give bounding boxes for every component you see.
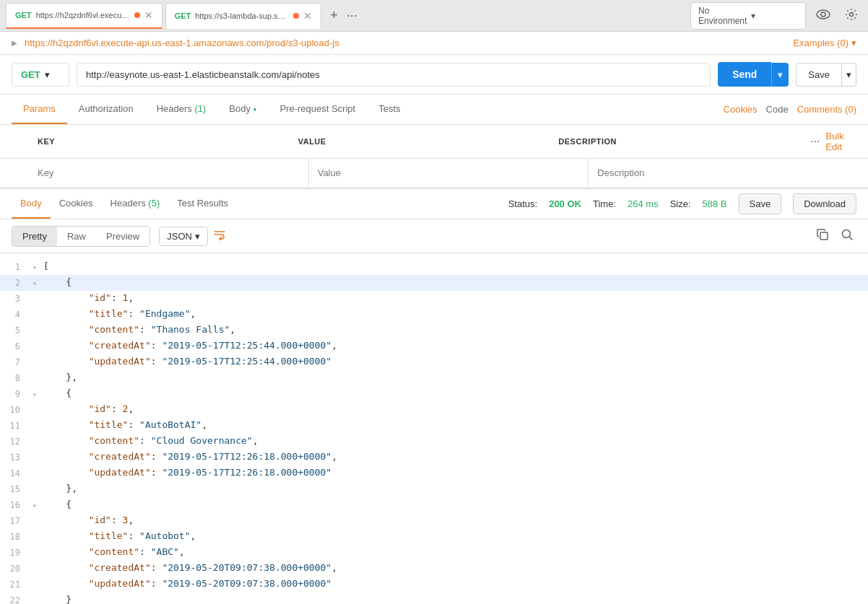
address-url[interactable]: https://h2qzdnf6vl.execute-api.us-east-1…: [25, 38, 786, 48]
cookies-link[interactable]: Cookies: [724, 104, 758, 115]
json-line: 11 "title": "AutoBotAI",: [0, 418, 868, 434]
line-number: 12: [0, 434, 29, 449]
line-number: 10: [0, 402, 29, 417]
line-toggle: [29, 481, 40, 484]
line-content: "updatedAt": "2019-05-17T12:25:44.000+00…: [40, 354, 868, 369]
search-icon-button[interactable]: [838, 225, 856, 247]
more-tabs-button[interactable]: ···: [344, 5, 360, 26]
resp-tab-cookies[interactable]: Cookies: [51, 189, 102, 219]
header-description: DESCRIPTION: [550, 133, 810, 150]
line-toggle: [29, 370, 40, 373]
preview-button[interactable]: Preview: [96, 227, 149, 246]
new-tab-button[interactable]: +: [327, 5, 341, 26]
line-number: 13: [0, 450, 29, 465]
format-selector[interactable]: JSON ▾: [159, 227, 208, 246]
code-link[interactable]: Code: [766, 104, 789, 115]
size-value: 588 B: [703, 198, 727, 209]
json-line: 9▾ {: [0, 386, 868, 402]
more-options-icon[interactable]: ···: [810, 135, 820, 148]
chevron-down-icon: ▾: [851, 38, 856, 48]
send-button[interactable]: Send: [718, 62, 771, 87]
copy-icon-button[interactable]: [813, 225, 832, 247]
description-cell[interactable]: [588, 159, 868, 187]
method-selector[interactable]: GET ▾: [12, 63, 69, 87]
format-bar: Pretty Raw Preview JSON ▾: [0, 219, 868, 253]
json-viewer[interactable]: 1▾[2▾ {3 "id": 1,4 "title": "Endgame",5 …: [0, 253, 868, 604]
expand-icon[interactable]: ▶: [12, 39, 17, 47]
format-actions: [813, 225, 856, 247]
browser-tab-2[interactable]: GET https://s3-lambda-sup.s3.amazo ✕: [165, 3, 322, 29]
settings-icon-button[interactable]: [841, 5, 862, 27]
pretty-button[interactable]: Pretty: [12, 227, 57, 246]
json-line: 15 },: [0, 481, 868, 497]
line-toggle[interactable]: ▾: [29, 386, 40, 401]
address-bar: ▶ https://h2qzdnf6vl.execute-api.us-east…: [0, 32, 868, 55]
status-label: Status:: [508, 198, 537, 209]
send-button-group: Send ▾: [718, 62, 789, 87]
tab-tests[interactable]: Tests: [367, 95, 412, 124]
json-line: 10 "id": 2,: [0, 402, 868, 418]
examples-button[interactable]: Examples (0) ▾: [793, 38, 856, 48]
tab-close-2[interactable]: ✕: [303, 10, 312, 22]
key-input[interactable]: [29, 162, 308, 184]
save-dropdown-button[interactable]: ▾: [842, 63, 856, 87]
line-toggle: [29, 434, 40, 437]
line-content: "updatedAt": "2019-05-17T12:26:18.000+00…: [40, 465, 868, 481]
line-number: 20: [0, 561, 29, 576]
eye-icon-button[interactable]: [812, 6, 835, 25]
line-toggle: [29, 513, 40, 516]
line-toggle: [29, 307, 40, 310]
resp-tab-body[interactable]: Body: [12, 189, 51, 219]
tab-prerequest[interactable]: Pre-request Script: [268, 95, 367, 124]
response-tabs-bar: Body Cookies Headers (5) Test Results St…: [0, 189, 868, 219]
line-content: [: [40, 259, 868, 274]
description-input[interactable]: [589, 162, 868, 184]
tab-body[interactable]: Body ●: [217, 95, 268, 124]
line-toggle: [29, 354, 40, 357]
value-input[interactable]: [309, 162, 589, 184]
json-line: 17 "id": 3,: [0, 513, 868, 529]
wrap-toggle-button[interactable]: [208, 226, 234, 246]
header-actions: ··· Bulk Edit: [810, 131, 868, 152]
browser-tab-1[interactable]: GET https://h2qzdnf6vl.execute-api.u ✕: [6, 3, 162, 29]
url-input[interactable]: [77, 63, 711, 87]
json-line: 14 "updatedAt": "2019-05-17T12:26:18.000…: [0, 465, 868, 481]
line-number: 15: [0, 481, 29, 496]
line-number: 17: [0, 513, 29, 528]
line-toggle: [29, 592, 40, 595]
resp-tab-test-results[interactable]: Test Results: [168, 189, 237, 219]
line-toggle: [29, 338, 40, 341]
save-button[interactable]: Save: [796, 63, 842, 87]
response-save-button[interactable]: Save: [739, 193, 782, 214]
header-value: VALUE: [290, 133, 550, 150]
tab-close-1[interactable]: ✕: [144, 9, 153, 21]
svg-point-2: [850, 12, 854, 16]
tab-params[interactable]: Params: [12, 95, 67, 124]
line-content: "createdAt": "2019-05-17T12:26:18.000+00…: [40, 450, 868, 465]
resp-tab-headers[interactable]: Headers (5): [102, 189, 169, 219]
line-number: 9: [0, 386, 29, 401]
line-toggle: [29, 402, 40, 405]
line-toggle[interactable]: ▾: [29, 275, 40, 289]
environment-selector[interactable]: No Environment ▾: [690, 2, 806, 30]
line-content: "title": "AutoBotAI",: [40, 418, 868, 433]
line-number: 16: [0, 497, 29, 512]
line-content: "id": 2,: [40, 402, 868, 417]
line-toggle[interactable]: ▾: [29, 259, 40, 273]
comments-link[interactable]: Comments (0): [797, 104, 856, 115]
key-cell[interactable]: [29, 159, 308, 187]
format-value: JSON: [167, 231, 192, 242]
tab-authorization[interactable]: Authorization: [67, 95, 145, 124]
send-dropdown-button[interactable]: ▾: [771, 63, 789, 87]
value-cell[interactable]: [308, 159, 589, 187]
raw-button[interactable]: Raw: [57, 227, 96, 246]
line-toggle[interactable]: ▾: [29, 497, 40, 512]
json-line: 5 "content": "Thanos Falls",: [0, 323, 868, 338]
line-content: "title": "Autobot",: [40, 529, 868, 544]
tab-method-1: GET: [15, 11, 32, 19]
bulk-edit-button[interactable]: Bulk Edit: [825, 131, 862, 152]
line-number: 18: [0, 529, 29, 544]
tab-headers[interactable]: Headers (1): [145, 95, 218, 124]
response-download-button[interactable]: Download: [793, 193, 856, 214]
json-line: 4 "title": "Endgame",: [0, 307, 868, 323]
